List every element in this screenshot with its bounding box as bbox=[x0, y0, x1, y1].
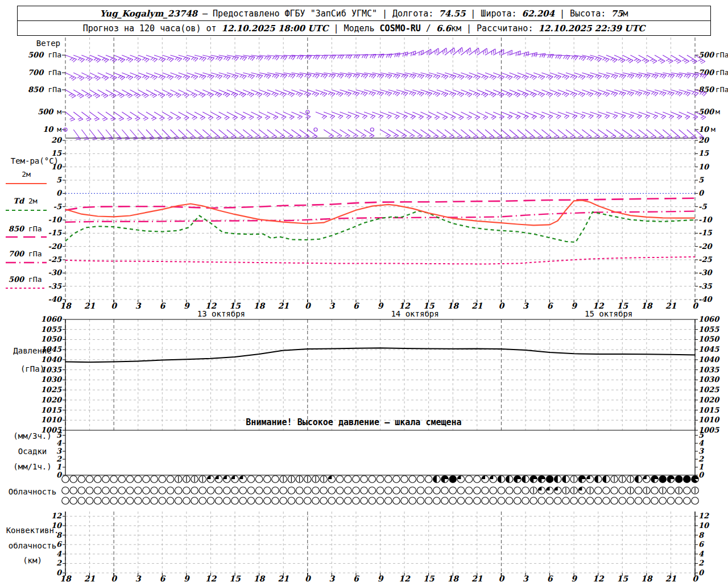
longitude-value: 74.55 bbox=[439, 9, 465, 19]
model-resolution: 6.6км bbox=[436, 23, 461, 34]
svg-text:м: м bbox=[57, 125, 61, 134]
svg-text:500: 500 bbox=[698, 51, 715, 59]
calc-label: Рассчитано: bbox=[477, 23, 533, 34]
svg-text:0: 0 bbox=[499, 301, 505, 310]
svg-text:6: 6 bbox=[547, 574, 553, 582]
svg-text:-5: -5 bbox=[53, 202, 62, 211]
svg-text:15: 15 bbox=[617, 574, 629, 582]
altitude-value: 75м bbox=[611, 9, 628, 19]
svg-text:Облачность: Облачность bbox=[9, 487, 56, 496]
time-axis-mid: 1821036912151821036912151821036912151821… bbox=[60, 300, 698, 318]
svg-text:гПа: гПа bbox=[715, 68, 728, 77]
svg-text:8: 8 bbox=[698, 531, 705, 539]
svg-text:1020: 1020 bbox=[698, 396, 720, 404]
svg-text:Давление: Давление bbox=[13, 346, 51, 355]
svg-text:850: 850 bbox=[9, 225, 25, 233]
svg-text:-10: -10 bbox=[48, 215, 63, 224]
svg-text:21: 21 bbox=[665, 574, 677, 582]
dash: — bbox=[202, 9, 208, 19]
svg-text:-40: -40 bbox=[698, 295, 713, 304]
svg-text:1010: 1010 bbox=[698, 415, 720, 424]
pressure-panel: 1060106010551055105010501045104510401040… bbox=[13, 315, 720, 434]
svg-text:12: 12 bbox=[698, 512, 709, 520]
svg-text:500: 500 bbox=[9, 275, 25, 284]
svg-text:21: 21 bbox=[665, 301, 677, 310]
svg-text:15: 15 bbox=[229, 574, 241, 582]
svg-text:гПа: гПа bbox=[715, 85, 728, 94]
svg-text:700: 700 bbox=[698, 68, 715, 77]
svg-text:1025: 1025 bbox=[698, 385, 719, 394]
svg-text:12: 12 bbox=[593, 574, 605, 582]
svg-text:5: 5 bbox=[56, 431, 62, 439]
station-name: Yug_Kogalym_23748 bbox=[100, 9, 197, 19]
svg-text:6: 6 bbox=[547, 301, 553, 310]
svg-text:2: 2 bbox=[698, 559, 704, 567]
svg-text:1040: 1040 bbox=[698, 355, 720, 364]
svg-text:гПа: гПа bbox=[28, 225, 42, 233]
svg-text:10: 10 bbox=[698, 163, 710, 171]
svg-text:9: 9 bbox=[184, 574, 190, 582]
svg-text:-5: -5 bbox=[698, 202, 707, 211]
header-row-2: Прогноз на 120 часа(ов) от 12.10.2025 18… bbox=[18, 20, 710, 35]
svg-text:5: 5 bbox=[698, 176, 704, 184]
svg-text:700: 700 bbox=[9, 250, 25, 258]
svg-text:облачность: облачность bbox=[9, 541, 56, 550]
svg-text:1060: 1060 bbox=[698, 315, 720, 323]
convective-panel: 121210108866442200Конвективн.облачность(… bbox=[6, 512, 710, 577]
precipitation-panel: 554433221100(мм/3ч.)Осадки(мм/1ч.) bbox=[13, 430, 705, 479]
svg-text:18: 18 bbox=[641, 574, 653, 582]
svg-text:9: 9 bbox=[571, 301, 577, 310]
svg-text:0: 0 bbox=[56, 471, 63, 479]
svg-text:1010: 1010 bbox=[41, 415, 63, 424]
svg-text:(км): (км) bbox=[23, 556, 42, 565]
separator: | bbox=[466, 23, 471, 34]
calc-time: 12.10.2025 22:39 UTC bbox=[538, 23, 645, 34]
svg-text:15: 15 bbox=[423, 574, 435, 582]
svg-text:18: 18 bbox=[60, 574, 72, 582]
svg-text:гПа: гПа bbox=[48, 85, 61, 94]
svg-text:Td: Td bbox=[13, 197, 25, 205]
svg-text:3: 3 bbox=[698, 447, 704, 455]
svg-text:1: 1 bbox=[56, 463, 61, 471]
svg-text:(мм/3ч.): (мм/3ч.) bbox=[13, 431, 51, 440]
svg-text:12: 12 bbox=[51, 512, 62, 520]
wind-panel: ВетергПа500500гПагПа700700гПагПа850850гП… bbox=[28, 38, 728, 140]
svg-text:850: 850 bbox=[698, 85, 715, 94]
svg-text:9: 9 bbox=[378, 574, 384, 582]
svg-text:13 октября: 13 октября bbox=[197, 309, 245, 318]
svg-text:1025: 1025 bbox=[41, 385, 62, 394]
latitude-label: Широта: bbox=[481, 9, 516, 19]
svg-text:9: 9 bbox=[184, 301, 190, 310]
svg-text:1035: 1035 bbox=[698, 365, 719, 374]
svg-text:1040: 1040 bbox=[41, 355, 63, 364]
svg-text:0: 0 bbox=[698, 568, 705, 577]
svg-text:1055: 1055 bbox=[698, 325, 719, 334]
cloudiness-panel: Облачность bbox=[9, 476, 698, 505]
svg-text:20: 20 bbox=[51, 136, 63, 144]
svg-text:1050: 1050 bbox=[698, 335, 720, 343]
svg-text:4: 4 bbox=[56, 439, 62, 447]
svg-text:Ветер: Ветер bbox=[36, 39, 60, 48]
separator: | bbox=[382, 9, 387, 19]
svg-text:9: 9 bbox=[378, 301, 384, 310]
svg-text:10: 10 bbox=[698, 521, 710, 530]
svg-text:Конвективн.: Конвективн. bbox=[6, 526, 59, 535]
separator: | bbox=[560, 9, 565, 19]
svg-text:-25: -25 bbox=[48, 255, 62, 264]
model-name: COSMO-RU bbox=[380, 23, 421, 34]
svg-text:3: 3 bbox=[523, 574, 529, 582]
svg-text:12: 12 bbox=[399, 574, 411, 582]
svg-text:3: 3 bbox=[56, 447, 62, 455]
svg-text:10: 10 bbox=[43, 125, 54, 134]
svg-text:гПа: гПа bbox=[28, 275, 42, 284]
svg-text:21: 21 bbox=[471, 301, 483, 310]
svg-text:-20: -20 bbox=[698, 242, 713, 251]
svg-text:Тем-ра(°C): Тем-ра(°C) bbox=[11, 156, 59, 165]
svg-text:3: 3 bbox=[329, 574, 335, 582]
svg-text:1030: 1030 bbox=[698, 375, 720, 384]
svg-text:1020: 1020 bbox=[41, 396, 63, 404]
provider-text: Предоставлено ФГБУ "ЗапСиб УГМС" bbox=[213, 9, 377, 19]
svg-text:12: 12 bbox=[205, 574, 217, 582]
svg-text:3: 3 bbox=[135, 301, 142, 310]
svg-text:6: 6 bbox=[353, 301, 359, 310]
